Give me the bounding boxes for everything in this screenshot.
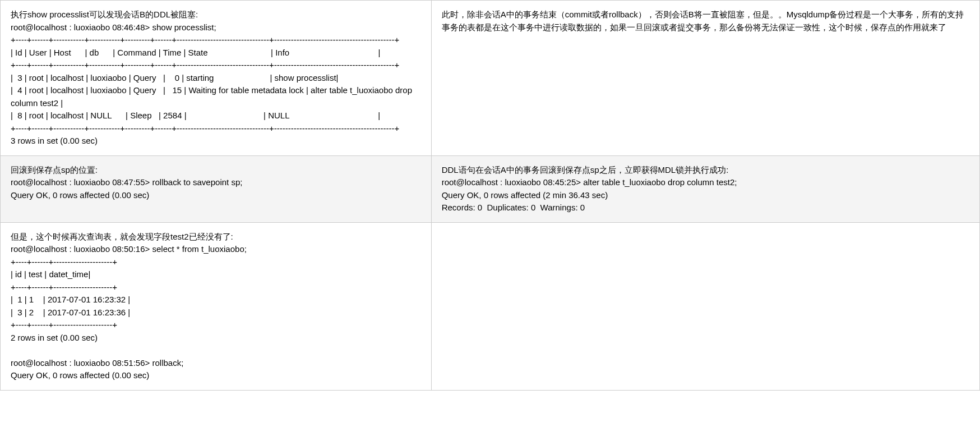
text-block: DDL语句在会话A中的事务回滚到保存点sp之后，立即获得MDL锁并执行成功: r… bbox=[442, 164, 969, 214]
text-block: 回滚到保存点sp的位置: root@localhost : luoxiaobo … bbox=[11, 164, 421, 202]
cell-r2-right: DDL语句在会话A中的事务回滚到保存点sp之后，立即获得MDL锁并执行成功: r… bbox=[431, 155, 979, 222]
text-block: 执行show processlist可以发现会话B的DDL被阻塞: root@l… bbox=[11, 8, 421, 148]
cell-r2-left: 回滚到保存点sp的位置: root@localhost : luoxiaobo … bbox=[1, 155, 432, 222]
cell-r1-right: 此时，除非会话A中的事务结束（commit或者rollback），否则会话B将一… bbox=[431, 1, 979, 156]
table-row: 回滚到保存点sp的位置: root@localhost : luoxiaobo … bbox=[1, 155, 980, 222]
cell-r1-left: 执行show processlist可以发现会话B的DDL被阻塞: root@l… bbox=[1, 1, 432, 156]
table-row: 但是，这个时候再次查询表，就会发现字段test2已经没有了: root@loca… bbox=[1, 222, 980, 390]
table-row: 执行show processlist可以发现会话B的DDL被阻塞: root@l… bbox=[1, 1, 980, 156]
text-block: 但是，这个时候再次查询表，就会发现字段test2已经没有了: root@loca… bbox=[11, 231, 421, 382]
cell-r3-left: 但是，这个时候再次查询表，就会发现字段test2已经没有了: root@loca… bbox=[1, 222, 432, 390]
cell-r3-right bbox=[431, 222, 979, 390]
text-block: 此时，除非会话A中的事务结束（commit或者rollback），否则会话B将一… bbox=[442, 8, 969, 34]
content-table: 执行show processlist可以发现会话B的DDL被阻塞: root@l… bbox=[0, 0, 980, 391]
